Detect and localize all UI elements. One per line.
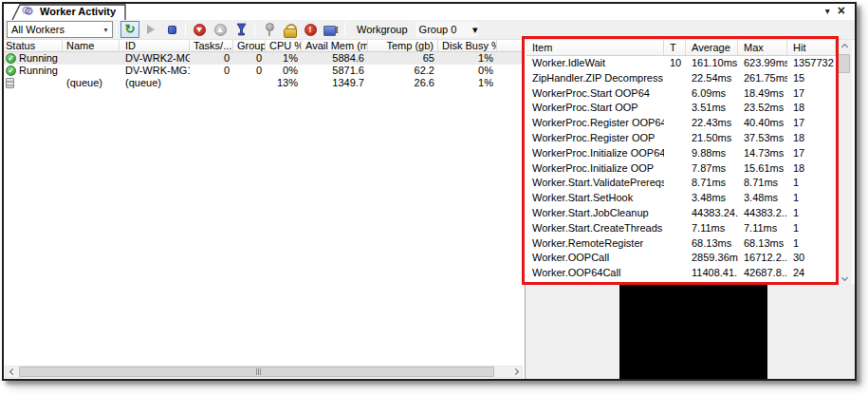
stats-row[interactable]: Worker.Start.CreateThreads7.11ms7.11ms1 (526, 221, 836, 236)
cell-temp: 62.2 (368, 65, 438, 77)
tab-bar: ⚙ Worker Activity ▾ × (4, 4, 855, 20)
alert-button[interactable]: ! (301, 21, 320, 38)
worker-filter-combobox[interactable]: All Workers ▾ (7, 21, 113, 38)
vertical-scrollbar[interactable] (837, 40, 852, 284)
scroll-left-button[interactable] (6, 367, 19, 377)
cell-item: WorkerProc.Start OOP64 (526, 86, 664, 102)
cell-max: 15.61ms (738, 161, 787, 177)
chevron-down-icon[interactable]: ▾ (100, 22, 112, 37)
spin-down-button[interactable] (190, 21, 209, 38)
column-header[interactable]: Hit (787, 40, 836, 55)
cell-max: 23.52ms (738, 101, 787, 116)
refresh-button[interactable]: ↻ (120, 21, 139, 38)
stats-row[interactable]: Worker.Start.SetHook3.48ms3.48ms1 (526, 191, 836, 206)
stats-row[interactable]: Worker.Start.JobCleanup44383.24...44383.… (526, 206, 836, 221)
cell-hit: 1 (787, 176, 836, 191)
cell-t (664, 101, 686, 116)
column-header[interactable]: Tasks/... (190, 40, 233, 52)
cell-average: 8.71ms (686, 176, 738, 191)
stop-icon (168, 26, 176, 34)
scrollbar-thumb[interactable] (838, 54, 850, 73)
column-header[interactable]: Disk Busy % (438, 40, 497, 52)
stats-row[interactable]: Worker.OOP64Call11408.41...42687.8...24 (526, 266, 836, 281)
cell-group: 0 (233, 52, 266, 65)
start-button[interactable] (141, 21, 160, 38)
cell-max: 37.53ms (738, 131, 787, 146)
cell-max: 8.71ms (738, 176, 787, 191)
scrollbar-track[interactable] (19, 367, 508, 377)
rename-button[interactable] (322, 21, 341, 38)
chevron-right-icon (511, 368, 518, 375)
stop-button[interactable] (162, 21, 181, 38)
stats-row[interactable]: WorkerProc.Start OOP646.09ms18.49ms17 (526, 86, 836, 102)
cell-average: 44383.24... (686, 206, 738, 221)
stats-row[interactable]: WorkerProc.Start OOP3.51ms23.52ms18 (526, 101, 836, 116)
cell-max: 42687.8... (738, 266, 787, 281)
cell-max: 18.49ms (738, 86, 787, 102)
chevron-down-icon[interactable]: ▾ (472, 24, 478, 36)
cell-avail_mem: 5884.6 (302, 52, 368, 65)
cell-id: DV-WRK2-MG1 (120, 52, 190, 65)
stats-row[interactable]: WorkerProc.Register OOP21.50ms37.53ms18 (526, 131, 836, 146)
cell-item: Worker.IdleWait (526, 56, 664, 71)
rename-icon (323, 25, 339, 35)
cell-avail_mem: 1349.7 (302, 77, 368, 89)
stats-row[interactable]: WorkerProc.Initialize OOP7.87ms15.61ms18 (526, 161, 836, 177)
column-header[interactable]: ID (120, 40, 190, 52)
column-header[interactable]: CPU % (266, 40, 302, 52)
tab-title: Worker Activity (40, 6, 116, 17)
cell-max: 40.40ms (738, 116, 787, 131)
stats-row[interactable]: Worker.IdleWait10161.10ms623.99ms1357732 (526, 56, 836, 71)
scroll-up-button[interactable] (837, 40, 852, 53)
cell-tasks: 0 (190, 65, 233, 77)
stats-row[interactable]: Worker.Start.ValidatePrereqs8.71ms8.71ms… (526, 176, 836, 191)
column-header[interactable]: Average (686, 40, 738, 55)
cell-disk_busy: 1% (438, 52, 497, 65)
toolbar-separator (185, 22, 186, 37)
stats-row[interactable]: WorkerProc.Initialize OOP649.88ms14.73ms… (526, 146, 836, 161)
connect-button[interactable] (231, 21, 250, 38)
worker-row[interactable]: ✓RunningDV-WRK-MG1000%5871.662.20% (4, 65, 525, 77)
close-icon[interactable]: × (838, 5, 845, 16)
cell-temp: 26.6 (368, 77, 438, 89)
cell-item: Worker.Start.JobCleanup (526, 206, 664, 221)
column-header[interactable]: Status (4, 40, 63, 52)
cell-average: 9.88ms (686, 146, 738, 161)
cell-hit: 17 (787, 86, 836, 102)
column-header[interactable]: Max (738, 40, 787, 55)
cell-name: (queue) (63, 77, 120, 89)
worker-row[interactable]: (queue)(queue)13%1349.726.61% (4, 77, 525, 89)
horizontal-scrollbar[interactable] (5, 366, 523, 378)
scroll-right-button[interactable] (508, 367, 522, 377)
scroll-down-button[interactable] (837, 271, 852, 284)
cell-t (664, 146, 686, 161)
stats-row[interactable]: Worker.RemoteRegister68.13ms68.13ms1 (526, 236, 836, 252)
cell-group: 0 (233, 65, 266, 77)
cell-t (664, 86, 686, 102)
column-header[interactable]: Item (526, 40, 664, 55)
column-header[interactable]: Group (233, 40, 266, 52)
cell-t (664, 221, 686, 236)
cell-hit: 18 (787, 161, 836, 177)
workgroup-combobox[interactable]: Group 0 ▾ (415, 21, 479, 38)
spin-up-button[interactable] (211, 21, 230, 38)
cell-hit: 30 (787, 251, 836, 266)
column-header[interactable]: Avail Mem (mb) (302, 40, 368, 52)
worker-row[interactable]: ✓RunningDV-WRK2-MG1001%5884.6651% (4, 52, 525, 65)
column-header[interactable]: T (664, 40, 686, 55)
stats-row[interactable]: ZipHandler.ZIP Decompress OOP22.54ms261.… (526, 71, 836, 86)
stats-row[interactable]: WorkerProc.Register OOP6422.43ms40.40ms1… (526, 116, 836, 131)
play-icon (147, 25, 155, 34)
cell-average: 68.13ms (686, 236, 738, 252)
window-menu-icon[interactable]: ▾ (825, 6, 830, 16)
key-button[interactable] (259, 21, 278, 38)
cell-group (233, 77, 266, 89)
stats-row[interactable]: Worker.OOPCall2859.36ms16712.2...30 (526, 251, 836, 266)
column-header[interactable]: Temp (gb) (368, 40, 438, 52)
scrollbar-thumb[interactable] (19, 367, 494, 377)
stats-table-header: ItemTAverageMaxHit (526, 40, 836, 56)
column-header[interactable]: Name (63, 40, 120, 52)
lock-button[interactable] (280, 21, 299, 38)
tab-worker-activity[interactable]: ⚙ Worker Activity (11, 4, 127, 20)
cell-average: 7.87ms (686, 161, 738, 177)
